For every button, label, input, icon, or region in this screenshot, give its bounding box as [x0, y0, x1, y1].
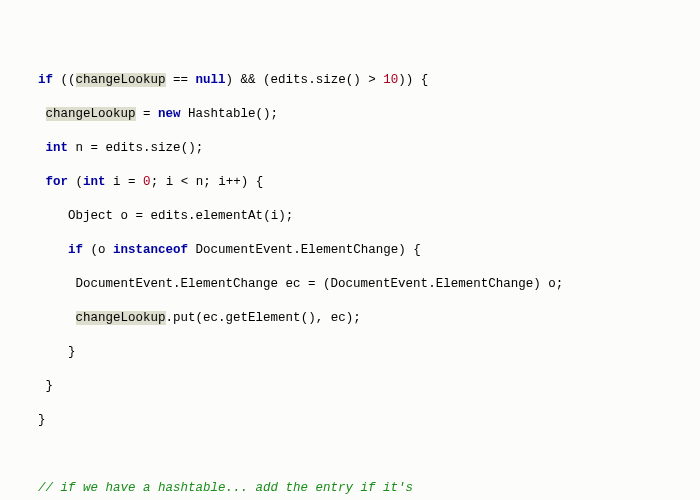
code-line: Object o = edits.elementAt(i);	[8, 208, 692, 225]
code-line: }	[8, 412, 692, 429]
code-line: if ((changeLookup == null) && (edits.siz…	[8, 72, 692, 89]
highlight-occurrence: changeLookup	[76, 73, 166, 87]
code-line: DocumentEvent.ElementChange ec = (Docume…	[8, 276, 692, 293]
code-line: changeLookup = new Hashtable();	[8, 106, 692, 123]
code-line: int n = edits.size();	[8, 140, 692, 157]
highlight-occurrence: changeLookup	[46, 107, 136, 121]
code-line: if (o instanceof DocumentEvent.ElementCh…	[8, 242, 692, 259]
code-line: // if we have a hashtable... add the ent…	[8, 480, 692, 497]
highlight-occurrence: changeLookup	[76, 311, 166, 325]
code-line: for (int i = 0; i < n; i++) {	[8, 174, 692, 191]
code-line	[8, 446, 692, 463]
code-line: }	[8, 344, 692, 361]
code-line: }	[8, 378, 692, 395]
code-line: changeLookup.put(ec.getElement(), ec);	[8, 310, 692, 327]
